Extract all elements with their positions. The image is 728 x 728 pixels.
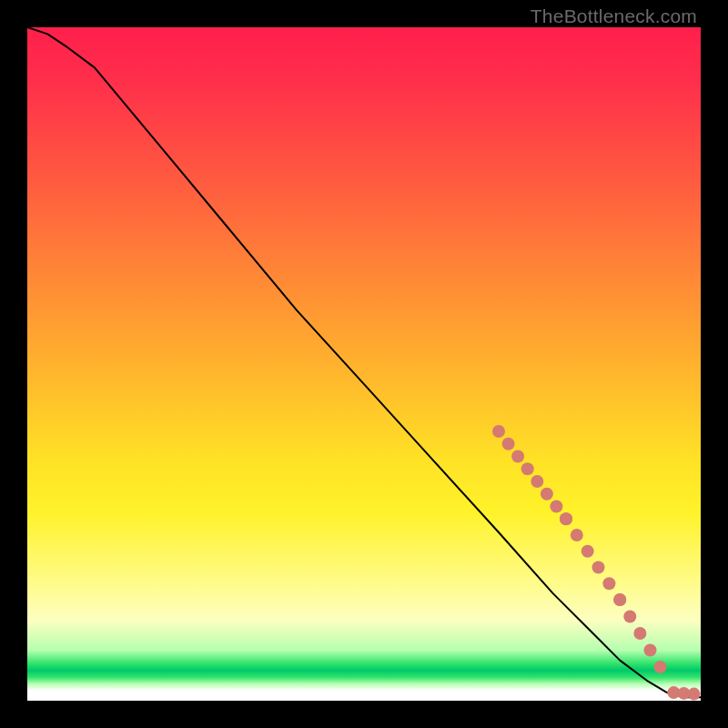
data-dot — [644, 644, 657, 657]
data-dot — [550, 500, 562, 513]
data-dot — [560, 512, 572, 525]
data-dot — [633, 627, 646, 640]
data-dot — [667, 686, 680, 699]
data-dot — [688, 688, 701, 701]
data-dot — [654, 661, 667, 673]
bottleneck-curve — [27, 27, 701, 697]
data-dot — [492, 425, 505, 438]
plot-area — [27, 27, 701, 701]
data-dot — [502, 438, 515, 450]
data-dot — [623, 611, 636, 623]
data-dot — [521, 462, 534, 475]
watermark-text: TheBottleneck.com — [531, 5, 697, 27]
data-dots — [492, 425, 701, 701]
data-dot — [560, 512, 572, 525]
data-dot — [602, 577, 615, 590]
data-dot — [613, 593, 626, 606]
data-dot — [613, 593, 626, 606]
data-dot — [592, 561, 605, 574]
data-dot — [581, 545, 594, 558]
data-dot — [511, 450, 524, 463]
data-dot — [678, 687, 691, 700]
data-dot — [541, 488, 553, 500]
chart-container: TheBottleneck.com — [0, 0, 728, 728]
data-dot — [571, 529, 583, 541]
data-dot — [531, 475, 543, 488]
plot-overlay — [27, 27, 701, 701]
